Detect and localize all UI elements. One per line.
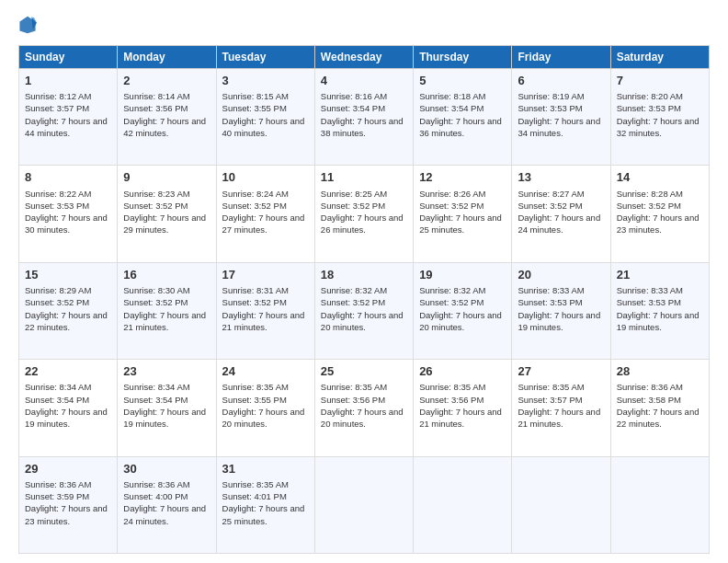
calendar-cell: 19Sunrise: 8:32 AMSunset: 3:52 PMDayligh… — [414, 262, 512, 359]
daylight: Daylight: 7 hours and 19 minutes. — [617, 310, 700, 332]
sunset: Sunset: 3:52 PM — [419, 297, 483, 307]
sunrise: Sunrise: 8:35 AM — [222, 479, 289, 489]
daylight: Daylight: 7 hours and 22 minutes. — [25, 310, 108, 332]
calendar-cell: 20Sunrise: 8:33 AMSunset: 3:53 PMDayligh… — [512, 262, 610, 359]
sunset: Sunset: 3:54 PM — [123, 395, 188, 405]
daylight: Daylight: 7 hours and 34 minutes. — [518, 116, 600, 138]
calendar-cell: 31Sunrise: 8:35 AMSunset: 4:01 PMDayligh… — [216, 456, 314, 553]
calendar-cell: 24Sunrise: 8:35 AMSunset: 3:55 PMDayligh… — [216, 360, 314, 456]
sunset: Sunset: 3:52 PM — [222, 201, 287, 211]
calendar-table: SundayMondayTuesdayWednesdayThursdayFrid… — [18, 45, 710, 554]
calendar-cell: 2Sunrise: 8:14 AMSunset: 3:56 PMDaylight… — [118, 69, 216, 166]
sunrise: Sunrise: 8:35 AM — [518, 382, 584, 392]
sunrise: Sunrise: 8:19 AM — [518, 91, 584, 101]
sunrise: Sunrise: 8:31 AM — [222, 285, 289, 295]
daylight: Daylight: 7 hours and 21 minutes. — [419, 407, 502, 429]
daylight: Daylight: 7 hours and 21 minutes. — [123, 310, 206, 332]
daylight: Daylight: 7 hours and 29 minutes. — [123, 213, 206, 235]
calendar-cell: 26Sunrise: 8:35 AMSunset: 3:56 PMDayligh… — [414, 360, 512, 456]
sunrise: Sunrise: 8:15 AM — [222, 91, 289, 101]
sunset: Sunset: 3:53 PM — [617, 297, 681, 307]
sunset: Sunset: 3:52 PM — [321, 201, 385, 211]
daylight: Daylight: 7 hours and 24 minutes. — [123, 503, 206, 525]
sunset: Sunset: 3:56 PM — [419, 395, 483, 405]
daylight: Daylight: 7 hours and 42 minutes. — [123, 116, 206, 138]
sunrise: Sunrise: 8:33 AM — [518, 285, 584, 295]
sunrise: Sunrise: 8:14 AM — [123, 91, 189, 101]
calendar-cell: 29Sunrise: 8:36 AMSunset: 3:59 PMDayligh… — [19, 456, 118, 553]
daylight: Daylight: 7 hours and 21 minutes. — [518, 407, 600, 429]
day-number: 4 — [321, 73, 407, 89]
day-number: 26 — [419, 363, 506, 380]
header-row: SundayMondayTuesdayWednesdayThursdayFrid… — [19, 46, 710, 69]
sunset: Sunset: 3:52 PM — [617, 201, 681, 211]
sunset: Sunset: 3:57 PM — [25, 103, 89, 113]
day-number: 11 — [321, 169, 407, 186]
sunset: Sunset: 3:54 PM — [419, 103, 483, 113]
day-number: 17 — [222, 267, 309, 283]
calendar-cell: 11Sunrise: 8:25 AMSunset: 3:52 PMDayligh… — [314, 166, 413, 262]
sunset: Sunset: 3:53 PM — [518, 297, 582, 307]
sunset: Sunset: 3:52 PM — [123, 297, 188, 307]
sunrise: Sunrise: 8:32 AM — [419, 285, 485, 295]
sunset: Sunset: 3:53 PM — [25, 201, 89, 211]
day-number: 20 — [518, 267, 604, 283]
daylight: Daylight: 7 hours and 19 minutes. — [25, 407, 108, 429]
calendar-cell: 14Sunrise: 8:28 AMSunset: 3:52 PMDayligh… — [610, 166, 709, 262]
calendar-cell: 13Sunrise: 8:27 AMSunset: 3:52 PMDayligh… — [512, 166, 610, 262]
day-number: 18 — [321, 267, 407, 283]
sunrise: Sunrise: 8:26 AM — [419, 189, 485, 199]
calendar-cell: 7Sunrise: 8:20 AMSunset: 3:53 PMDaylight… — [610, 69, 709, 166]
daylight: Daylight: 7 hours and 38 minutes. — [321, 116, 404, 138]
daylight: Daylight: 7 hours and 44 minutes. — [25, 116, 108, 138]
day-number: 2 — [123, 73, 210, 89]
col-header-saturday: Saturday — [610, 46, 709, 69]
calendar-cell: 16Sunrise: 8:30 AMSunset: 3:52 PMDayligh… — [118, 262, 216, 359]
sunset: Sunset: 3:56 PM — [123, 103, 188, 113]
day-number: 8 — [25, 169, 111, 186]
daylight: Daylight: 7 hours and 32 minutes. — [617, 116, 700, 138]
day-number: 24 — [222, 363, 309, 380]
daylight: Daylight: 7 hours and 30 minutes. — [25, 213, 108, 235]
week-row-3: 15Sunrise: 8:29 AMSunset: 3:52 PMDayligh… — [19, 262, 710, 359]
day-number: 29 — [25, 461, 111, 477]
sunrise: Sunrise: 8:36 AM — [25, 479, 91, 489]
calendar-cell: 21Sunrise: 8:33 AMSunset: 3:53 PMDayligh… — [610, 262, 709, 359]
sunset: Sunset: 3:57 PM — [518, 395, 582, 405]
sunrise: Sunrise: 8:30 AM — [123, 285, 189, 295]
daylight: Daylight: 7 hours and 20 minutes. — [321, 310, 404, 332]
sunset: Sunset: 3:55 PM — [222, 103, 287, 113]
sunset: Sunset: 3:58 PM — [617, 395, 681, 405]
sunset: Sunset: 3:52 PM — [25, 297, 89, 307]
calendar-cell: 25Sunrise: 8:35 AMSunset: 3:56 PMDayligh… — [314, 360, 413, 456]
sunrise: Sunrise: 8:22 AM — [25, 189, 91, 199]
col-header-sunday: Sunday — [19, 46, 118, 69]
week-row-4: 22Sunrise: 8:34 AMSunset: 3:54 PMDayligh… — [19, 360, 710, 456]
daylight: Daylight: 7 hours and 20 minutes. — [419, 310, 502, 332]
logo-icon — [18, 14, 37, 36]
sunset: Sunset: 3:55 PM — [222, 395, 287, 405]
day-number: 30 — [123, 461, 210, 477]
sunrise: Sunrise: 8:18 AM — [419, 91, 485, 101]
calendar-cell: 3Sunrise: 8:15 AMSunset: 3:55 PMDaylight… — [216, 69, 314, 166]
day-number: 15 — [25, 267, 111, 283]
page: SundayMondayTuesdayWednesdayThursdayFrid… — [0, 0, 728, 563]
daylight: Daylight: 7 hours and 19 minutes. — [123, 407, 206, 429]
calendar-cell — [512, 456, 610, 553]
daylight: Daylight: 7 hours and 21 minutes. — [222, 310, 305, 332]
daylight: Daylight: 7 hours and 25 minutes. — [419, 213, 502, 235]
day-number: 9 — [123, 169, 210, 186]
sunrise: Sunrise: 8:32 AM — [321, 285, 387, 295]
day-number: 6 — [518, 73, 604, 89]
calendar-cell: 17Sunrise: 8:31 AMSunset: 3:52 PMDayligh… — [216, 262, 314, 359]
daylight: Daylight: 7 hours and 26 minutes. — [321, 213, 404, 235]
sunrise: Sunrise: 8:20 AM — [617, 91, 683, 101]
sunrise: Sunrise: 8:16 AM — [321, 91, 387, 101]
daylight: Daylight: 7 hours and 20 minutes. — [222, 407, 305, 429]
daylight: Daylight: 7 hours and 36 minutes. — [419, 116, 502, 138]
sunrise: Sunrise: 8:36 AM — [617, 382, 683, 392]
sunrise: Sunrise: 8:27 AM — [518, 189, 584, 199]
calendar-cell — [314, 456, 413, 553]
calendar-cell: 22Sunrise: 8:34 AMSunset: 3:54 PMDayligh… — [19, 360, 118, 456]
day-number: 16 — [123, 267, 210, 283]
